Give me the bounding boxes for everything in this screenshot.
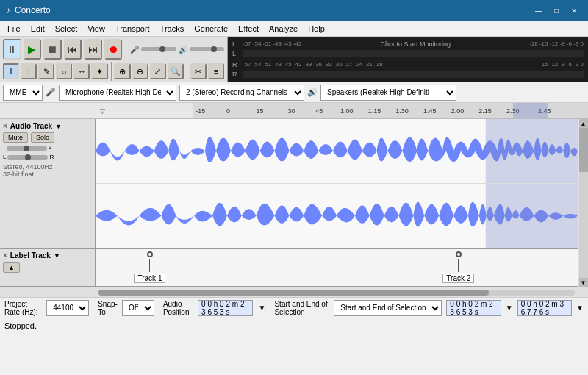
maximize-button[interactable]: □ <box>548 4 564 17</box>
solo-button[interactable]: Solo <box>31 132 54 143</box>
mute-button[interactable]: Mute <box>3 132 28 143</box>
meter-bar-r: R <box>232 71 584 78</box>
end-val: 0 0 h 0 2 m 3 6 7 7 6 s <box>517 300 572 316</box>
pan-row: L R <box>3 154 92 160</box>
timeline-left-pad: ▽ <box>97 107 193 115</box>
menu-file[interactable]: File <box>3 23 25 35</box>
h-scroll-thumb[interactable] <box>98 290 489 296</box>
status-bar: Project Rate (Hz): 44100 Snap-To Off Aud… <box>0 297 588 318</box>
menu-select[interactable]: Select <box>51 23 82 35</box>
end-dropdown[interactable]: ▼ <box>576 304 584 312</box>
waveform-area[interactable]: 1.0 0.0 -1.0 1.0 <box>96 119 578 248</box>
multi-tool[interactable]: ✦ <box>91 63 107 79</box>
menu-edit[interactable]: Edit <box>26 23 49 35</box>
audio-track-menu[interactable]: ▼ <box>55 123 62 130</box>
label-add-button[interactable]: ▲ <box>3 262 20 273</box>
tl-mark-215: 2:15 <box>478 107 492 115</box>
envelope-tool[interactable]: ↕ <box>21 63 37 79</box>
start-end-select[interactable]: Start and End of Selection <box>334 300 442 316</box>
track-info-line2: 32-bit float <box>3 171 92 178</box>
track-info-line1: Stereo, 44100Hz <box>3 163 92 171</box>
h-scrollbar <box>0 287 588 297</box>
v-scroll-thumb[interactable] <box>579 128 588 172</box>
label-track-menu[interactable]: ▼ <box>54 252 60 260</box>
mic-icon2: 🎤 <box>46 88 56 97</box>
vu-meter: L -57 -54 -51 -48 -45 -42 Click to Start… <box>228 37 588 82</box>
audio-pos-label: Audio Position <box>163 300 193 316</box>
timeshift-tool[interactable]: ↔ <box>74 63 90 79</box>
gain-slider[interactable] <box>7 146 47 151</box>
output-device-select[interactable]: Speakers (Realtek High Definiti <box>320 85 456 101</box>
skip-fwd-button[interactable]: ⏭ <box>84 39 102 60</box>
h-scroll-track[interactable] <box>98 290 575 296</box>
speaker-icon: 🔊 <box>307 88 318 97</box>
start-dropdown[interactable]: ▼ <box>506 304 513 312</box>
label-track-title: Label Track <box>10 251 51 260</box>
close-button[interactable]: ✕ <box>566 4 582 17</box>
audio-track-title-row: × Audio Track ▼ <box>3 122 92 130</box>
meter-bar-l: L <box>232 50 584 57</box>
output-level-slider[interactable] <box>190 47 224 51</box>
audio-pos-dropdown[interactable]: ▼ <box>259 304 266 312</box>
tl-mark-145: 1:45 <box>423 107 437 115</box>
scale-nums-r: -18 -15 -12 -9 -6 -3 0 <box>529 40 584 47</box>
timeline: ▽ -15 0 15 30 45 1:00 1:15 1:30 1:45 2:0… <box>0 103 588 119</box>
gain-plus: + <box>49 145 52 151</box>
trim-tool[interactable]: ✂ <box>190 63 207 79</box>
gain-row: - + <box>3 145 92 151</box>
record-button[interactable]: ⏺ <box>104 39 123 60</box>
audio-track-title: Audio Track <box>10 122 52 130</box>
draw-tool[interactable]: ✎ <box>38 63 54 79</box>
scroll-down-btn[interactable]: ▼ <box>579 278 588 287</box>
pan-r: R <box>49 154 54 160</box>
speaker-icon2: 🔊 <box>179 46 187 54</box>
input-level-slider[interactable] <box>141 47 176 51</box>
minimize-button[interactable]: — <box>531 4 547 17</box>
input-device-select[interactable]: Microphone (Realtek High Defini <box>59 85 176 101</box>
selection-tool[interactable]: I <box>3 63 19 79</box>
svg-rect-1 <box>486 119 578 183</box>
snap-to-select[interactable]: Off <box>122 300 154 316</box>
menu-generate[interactable]: Generate <box>190 23 232 35</box>
title-bar: ♪ Concerto — □ ✕ <box>0 0 588 21</box>
waveform-svg-1 <box>96 119 578 183</box>
zoom-out-tool[interactable]: ⊖ <box>132 63 148 79</box>
menu-tracks[interactable]: Tracks <box>156 23 189 35</box>
fit-view-tool[interactable]: ⤢ <box>150 63 166 79</box>
audio-track-close[interactable]: × <box>3 122 7 130</box>
silence-tool[interactable]: ≡ <box>208 63 224 79</box>
menu-help[interactable]: Help <box>304 23 329 35</box>
menu-transport[interactable]: Transport <box>111 23 154 35</box>
start-end-label: Start and End of Selection <box>274 300 329 316</box>
label-track-area[interactable]: Track 1 Track 2 <box>96 249 578 286</box>
project-rate-select[interactable]: 44100 <box>46 300 89 316</box>
scroll-up-btn[interactable]: ▲ <box>579 119 588 128</box>
zoom-sel-tool[interactable]: 🔍 <box>168 63 184 79</box>
zoom-tool[interactable]: ⌕ <box>56 63 72 79</box>
timeline-ruler[interactable]: -15 0 15 30 45 1:00 1:15 1:30 1:45 2:00 … <box>193 103 588 119</box>
audio-pos-value: 0 0 h 0 2 m 2 3 6 5 3 s <box>198 300 252 316</box>
v-scrollbar[interactable]: ▲ ▼ <box>578 119 588 287</box>
menu-analyze[interactable]: Analyze <box>265 23 302 35</box>
snap-to-label: Snap-To <box>98 300 118 316</box>
channels-select[interactable]: 2 (Stereo) Recording Channels <box>179 85 304 101</box>
tool-sep <box>111 62 112 81</box>
meter-bar-r-track <box>243 71 584 78</box>
menu-effect[interactable]: Effect <box>234 23 263 35</box>
host-select[interactable]: MME <box>3 85 43 101</box>
menu-view[interactable]: View <box>83 23 110 35</box>
pause-button[interactable]: ⏸ <box>3 39 21 60</box>
label-text-2: Track 2 <box>442 274 474 283</box>
click-monitor[interactable]: Click to Start Monitoring <box>381 40 451 48</box>
transport-bar: ⏸ ▶ ⏹ ⏮ ⏭ ⏺ 🎤 🔊 <box>0 37 227 62</box>
stop-button[interactable]: ⏹ <box>43 39 62 60</box>
tool-sep2 <box>187 62 187 81</box>
app-icon: ♪ <box>6 5 10 15</box>
zoom-in-tool[interactable]: ⊕ <box>114 63 130 79</box>
play-button[interactable]: ▶ <box>24 39 42 60</box>
skip-back-button[interactable]: ⏮ <box>64 39 82 60</box>
label-track-close[interactable]: × <box>3 251 7 260</box>
label-dot-1 <box>147 251 153 257</box>
pan-slider[interactable] <box>7 155 48 160</box>
track-info: Stereo, 44100Hz 32-bit float <box>3 163 92 178</box>
